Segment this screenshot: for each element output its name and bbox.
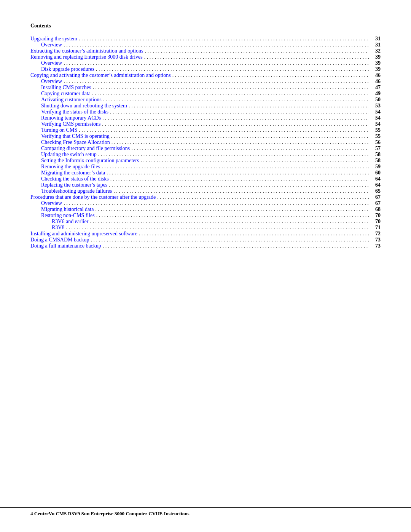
toc-dots-25: . . . . . . . . . . . . . . . . . . . . … (112, 188, 369, 194)
toc-link-25[interactable]: Troubleshooting upgrade failures (30, 188, 112, 194)
toc-link-6[interactable]: Copying and activating the customer’s ad… (30, 72, 171, 78)
toc-link-17[interactable]: Checking Free Space Allocation (30, 139, 110, 145)
contents-heading: Contents (30, 23, 381, 29)
toc-link-0[interactable]: Upgrading the system (30, 36, 77, 42)
toc-row: Activating customer options . . . . . . … (30, 97, 381, 103)
toc-page-17: 56 (369, 139, 381, 145)
footer-text: 4 CentreVu CMS R3V9 Sun Enterprise 3000 … (30, 511, 190, 517)
toc-link-11[interactable]: Shutting down and rebooting the system (30, 103, 127, 109)
toc-row: Checking Free Space Allocation . . . . .… (30, 139, 381, 145)
toc-link-21[interactable]: Removing the upgrade files (30, 164, 100, 170)
toc-link-14[interactable]: Verifying CMS permissions (30, 121, 100, 127)
toc-dots-4: . . . . . . . . . . . . . . . . . . . . … (62, 60, 369, 66)
toc-dots-29: . . . . . . . . . . . . . . . . . . . . … (95, 212, 369, 219)
toc-page-29: 70 (369, 212, 381, 219)
toc-dots-3: . . . . . . . . . . . . . . . . . . . . … (143, 54, 369, 60)
toc-link-27[interactable]: Overview (30, 200, 62, 206)
toc-link-15[interactable]: Turning on CMS (30, 127, 77, 133)
toc-link-10[interactable]: Activating customer options (30, 97, 102, 103)
toc-container: Upgrading the system . . . . . . . . . .… (30, 36, 381, 249)
toc-link-33[interactable]: Doing a CMSADM backup (30, 237, 89, 243)
toc-link-5[interactable]: Disk upgrade procedures (30, 66, 94, 72)
toc-link-12[interactable]: Verifying the status of the disks (30, 109, 108, 115)
toc-dots-10: . . . . . . . . . . . . . . . . . . . . … (102, 97, 369, 103)
toc-row: R3V6 and earlier . . . . . . . . . . . .… (30, 219, 381, 225)
toc-link-1[interactable]: Overview (30, 42, 62, 48)
toc-link-32[interactable]: Installing and administering unpreserved… (30, 231, 137, 237)
toc-dots-33: . . . . . . . . . . . . . . . . . . . . … (89, 237, 369, 243)
toc-page-27: 67 (369, 200, 381, 206)
toc-link-26[interactable]: Procedures that are done by the customer… (30, 194, 156, 200)
toc-page-6: 46 (369, 72, 381, 78)
toc-page-10: 50 (369, 97, 381, 103)
toc-dots-18: . . . . . . . . . . . . . . . . . . . . … (130, 145, 369, 152)
toc-link-13[interactable]: Removing temporary ACDs (30, 115, 101, 121)
toc-row: Replacing the customer’s tapes . . . . .… (30, 182, 381, 188)
toc-dots-28: . . . . . . . . . . . . . . . . . . . . … (94, 206, 369, 212)
toc-page-1: 31 (369, 42, 381, 48)
toc-page-2: 32 (369, 48, 381, 54)
toc-row: Removing the upgrade files . . . . . . .… (30, 164, 381, 170)
toc-row: Overview . . . . . . . . . . . . . . . .… (30, 200, 381, 206)
toc-row: Installing CMS patches . . . . . . . . .… (30, 85, 381, 91)
toc-page-25: 65 (369, 188, 381, 194)
toc-page-19: 58 (369, 152, 381, 158)
toc-link-20[interactable]: Setting the Informix configuration param… (30, 158, 139, 164)
toc-link-18[interactable]: Comparing directory and file permissions (30, 145, 130, 152)
toc-dots-24: . . . . . . . . . . . . . . . . . . . . … (107, 182, 369, 188)
toc-row: Procedures that are done by the customer… (30, 194, 381, 200)
toc-dots-30: . . . . . . . . . . . . . . . . . . . . … (88, 219, 369, 225)
toc-link-22[interactable]: Migrating the customer’s data (30, 170, 105, 176)
toc-row: Updating the switch setup . . . . . . . … (30, 152, 381, 158)
toc-link-31[interactable]: R3V8 (30, 225, 64, 231)
toc-link-24[interactable]: Replacing the customer’s tapes (30, 182, 107, 188)
toc-row: Copying and activating the customer’s ad… (30, 72, 381, 78)
toc-link-34[interactable]: Doing a full maintenance backup (30, 243, 101, 249)
toc-page-14: 54 (369, 121, 381, 127)
toc-row: Copying customer data . . . . . . . . . … (30, 91, 381, 97)
toc-page-15: 55 (369, 127, 381, 133)
toc-dots-11: . . . . . . . . . . . . . . . . . . . . … (127, 103, 369, 109)
toc-link-3[interactable]: Removing and replacing Enterprise 3000 d… (30, 54, 143, 60)
toc-page-8: 47 (369, 85, 381, 91)
toc-page-12: 54 (369, 109, 381, 115)
toc-dots-8: . . . . . . . . . . . . . . . . . . . . … (91, 85, 369, 91)
toc-row: Setting the Informix configuration param… (30, 158, 381, 164)
toc-link-8[interactable]: Installing CMS patches (30, 85, 91, 91)
toc-page-24: 64 (369, 182, 381, 188)
toc-link-30[interactable]: R3V6 and earlier (30, 219, 88, 225)
toc-row: R3V8 . . . . . . . . . . . . . . . . . .… (30, 225, 381, 231)
toc-dots-12: . . . . . . . . . . . . . . . . . . . . … (108, 109, 369, 115)
toc-link-29[interactable]: Restoring non-CMS files (30, 212, 95, 219)
toc-row: Doing a CMSADM backup . . . . . . . . . … (30, 237, 381, 243)
toc-dots-19: . . . . . . . . . . . . . . . . . . . . … (97, 152, 369, 158)
toc-row: Comparing directory and file permissions… (30, 145, 381, 152)
toc-dots-20: . . . . . . . . . . . . . . . . . . . . … (139, 158, 369, 164)
toc-link-7[interactable]: Overview (30, 78, 62, 85)
toc-page-30: 70 (369, 219, 381, 225)
toc-dots-32: . . . . . . . . . . . . . . . . . . . . … (137, 231, 369, 237)
toc-row: Overview . . . . . . . . . . . . . . . .… (30, 78, 381, 85)
toc-row: Overview . . . . . . . . . . . . . . . .… (30, 42, 381, 48)
toc-link-4[interactable]: Overview (30, 60, 62, 66)
toc-link-2[interactable]: Extracting the customer’s administration… (30, 48, 143, 54)
toc-link-9[interactable]: Copying customer data (30, 91, 91, 97)
toc-row: Upgrading the system . . . . . . . . . .… (30, 36, 381, 42)
toc-link-16[interactable]: Verifying that CMS is operating (30, 133, 110, 139)
toc-page-5: 39 (369, 66, 381, 72)
toc-row: Disk upgrade procedures . . . . . . . . … (30, 66, 381, 72)
toc-link-28[interactable]: Migrating historical data (30, 206, 94, 212)
toc-page-33: 73 (369, 237, 381, 243)
toc-link-23[interactable]: Checking the status of the disks (30, 176, 109, 182)
toc-dots-7: . . . . . . . . . . . . . . . . . . . . … (62, 78, 369, 85)
toc-dots-16: . . . . . . . . . . . . . . . . . . . . … (110, 133, 369, 139)
toc-row: Removing and replacing Enterprise 3000 d… (30, 54, 381, 60)
toc-link-19[interactable]: Updating the switch setup (30, 152, 97, 158)
toc-dots-17: . . . . . . . . . . . . . . . . . . . . … (110, 139, 369, 145)
toc-row: Extracting the customer’s administration… (30, 48, 381, 54)
toc-page-21: 59 (369, 164, 381, 170)
toc-page-26: 67 (369, 194, 381, 200)
toc-dots-0: . . . . . . . . . . . . . . . . . . . . … (77, 36, 369, 42)
footer: 4 CentreVu CMS R3V9 Sun Enterprise 3000 … (0, 507, 411, 517)
toc-dots-2: . . . . . . . . . . . . . . . . . . . . … (143, 48, 369, 54)
